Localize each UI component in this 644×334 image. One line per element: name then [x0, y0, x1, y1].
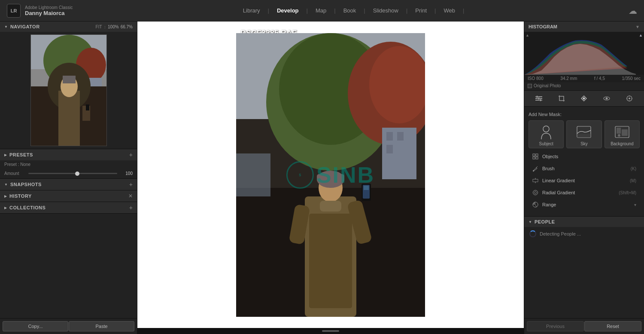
radial-gradient-mask-item[interactable]: Radial Gradient (Shift+M) [529, 187, 640, 198]
svg-rect-11 [86, 104, 89, 110]
svg-point-51 [629, 98, 630, 99]
previous-button[interactable]: Previous [527, 321, 584, 331]
nav-library[interactable]: Library [237, 6, 266, 15]
navigator-header[interactable]: ▼ Navigator FIT ↕ 100% 66.7% [0, 21, 137, 32]
hist-left-arrow[interactable]: ▲ [526, 33, 529, 37]
svg-rect-9 [63, 76, 76, 83]
hist-right-arrow[interactable]: ▲ [639, 33, 643, 37]
svg-rect-66 [536, 157, 538, 159]
histogram-canvas: ▲ ▲ [524, 32, 644, 75]
people-section: ▼ People Detecting People ... [524, 216, 644, 241]
original-photo-checkbox[interactable] [528, 84, 532, 88]
range-label: Range [542, 202, 556, 207]
svg-point-68 [533, 170, 534, 172]
histogram-header[interactable]: Histogram ▼ [524, 21, 644, 32]
presets-triangle: ▶ [4, 153, 7, 157]
preview-thumbnail[interactable] [30, 34, 107, 146]
histogram-collapse[interactable]: ▼ [635, 25, 640, 29]
filmstrip-toggle[interactable] [137, 328, 524, 334]
basic-adjustments-tool[interactable] [533, 93, 545, 104]
brush-mask-item[interactable]: Brush (K) [529, 163, 640, 174]
svg-rect-19 [386, 132, 393, 141]
redeye-tool[interactable] [601, 93, 613, 104]
main-photo[interactable]: $ SINB [236, 33, 425, 317]
snapshots-title: Snapshots [10, 182, 42, 187]
linear-gradient-mask-item[interactable]: Linear Gradient (M) [529, 175, 640, 186]
presets-title: Presets [9, 152, 33, 157]
nav-book[interactable]: Book [337, 6, 362, 15]
center-area: DSCF3285.RAF 23/10/2023 17:40:30 4160 x … [137, 21, 524, 334]
snapshots-triangle: ▼ [4, 183, 8, 187]
snapshots-add-button[interactable]: + [129, 181, 133, 187]
svg-point-62 [618, 134, 620, 137]
sky-label: Sky [580, 141, 588, 146]
svg-rect-58 [577, 134, 591, 138]
brush-label: Brush [542, 166, 555, 171]
original-photo-label: Original Photo [534, 83, 561, 88]
svg-rect-65 [533, 157, 535, 159]
subject-label: Subject [539, 141, 553, 146]
collections-title: Collections [9, 205, 46, 210]
amount-value: 100 [120, 171, 133, 176]
cloud-icon[interactable]: ☁ [629, 6, 637, 16]
zoom-fit[interactable]: FIT [96, 25, 102, 29]
history-section: ▶ History ✕ [0, 190, 137, 202]
subject-mask-card[interactable]: Subject [529, 120, 564, 148]
watermark-text: SINB [316, 162, 375, 188]
copy-button[interactable]: Copy... [3, 321, 68, 331]
history-close-button[interactable]: ✕ [128, 193, 133, 199]
zoom-100[interactable]: 100% [108, 25, 119, 29]
navigator-preview [0, 32, 137, 149]
nav-slideshow[interactable]: Slideshow [367, 6, 404, 15]
zoom-667[interactable]: 66.7% [121, 25, 133, 29]
masking-settings-tool[interactable] [623, 93, 635, 104]
people-header[interactable]: ▼ People [524, 217, 644, 227]
presets-add-button[interactable]: + [129, 152, 133, 158]
range-icon [532, 201, 539, 208]
svg-point-72 [533, 190, 538, 195]
filmstrip-handle [322, 330, 339, 332]
reset-button[interactable]: Reset [584, 321, 641, 331]
snapshots-header[interactable]: ▼ Snapshots + [0, 179, 137, 190]
objects-mask-item[interactable]: Objects [529, 151, 640, 162]
amount-slider[interactable] [28, 173, 117, 174]
crop-tool[interactable] [556, 93, 568, 104]
amount-label: Amount [4, 171, 26, 176]
histogram-title: Histogram [529, 24, 557, 29]
top-navigation: Library | Develop | Map | Book | Slidesh… [237, 6, 465, 15]
svg-rect-24 [309, 214, 352, 308]
background-mask-card[interactable]: Background [605, 120, 640, 148]
mask-cards: Subject Sky [528, 120, 641, 148]
collections-header[interactable]: ▶ Collections + [0, 202, 137, 213]
left-panel-buttons: Copy... Paste [0, 318, 137, 334]
svg-point-41 [540, 99, 542, 101]
presets-header[interactable]: ▶ Presets + [0, 149, 137, 160]
range-mask-item[interactable]: Range ▾ [529, 199, 640, 210]
preset-slider-row: Amount 100 [0, 169, 137, 178]
nav-print[interactable]: Print [409, 6, 433, 15]
collections-add-button[interactable]: + [129, 205, 133, 211]
svg-rect-20 [397, 132, 404, 141]
range-shortcut: ▾ [634, 202, 636, 207]
preset-label: Preset : None [4, 162, 39, 167]
svg-rect-63 [533, 154, 535, 156]
collections-triangle: ▶ [4, 206, 7, 210]
svg-point-39 [538, 98, 540, 100]
svg-rect-34 [236, 153, 270, 196]
sky-mask-card[interactable]: Sky [566, 120, 601, 148]
svg-rect-42 [559, 96, 564, 101]
mask-title: Add New Mask: [528, 110, 641, 120]
nav-map[interactable]: Map [310, 6, 332, 15]
history-header[interactable]: ▶ History ✕ [0, 190, 137, 202]
iso-value: ISO 800 [528, 76, 544, 81]
healing-tool[interactable] [578, 93, 590, 104]
snapshots-section: ▼ Snapshots + [0, 179, 137, 190]
watermark: $ SINB [286, 161, 375, 189]
nav-web[interactable]: Web [437, 6, 461, 15]
navigator-triangle: ▼ [4, 25, 8, 29]
brush-shortcut: (K) [631, 166, 636, 171]
app-name: Adobe Lightroom Classic [25, 5, 73, 10]
svg-line-67 [536, 166, 538, 168]
paste-button[interactable]: Paste [69, 321, 134, 331]
nav-develop[interactable]: Develop [271, 6, 305, 15]
